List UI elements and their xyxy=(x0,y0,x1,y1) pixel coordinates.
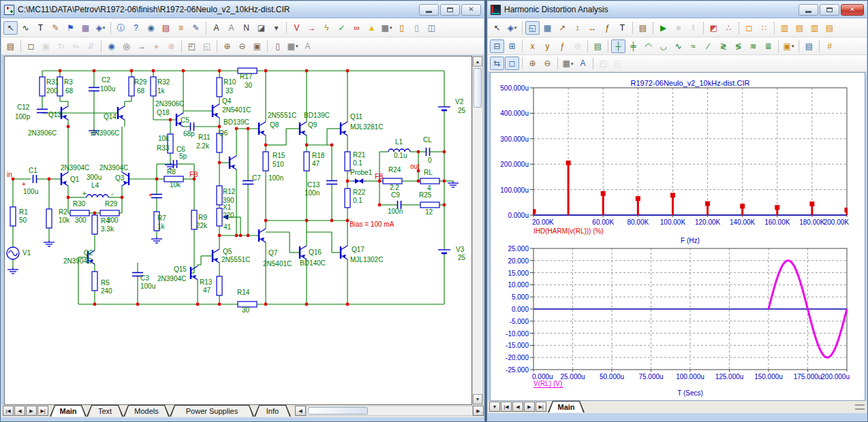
node-voltages-button[interactable]: V xyxy=(290,21,304,35)
scroll-up-button[interactable]: ▲ xyxy=(473,56,482,67)
graph-paper-button[interactable]: ▦ xyxy=(540,21,555,35)
tab-models[interactable]: Models xyxy=(123,405,170,417)
go-to-x-button[interactable]: x xyxy=(525,39,540,53)
select-rectangle-button[interactable]: ◻ xyxy=(742,21,756,35)
marker-menu-button[interactable]: ▾ xyxy=(269,21,283,35)
scope-track-button[interactable]: ◻ xyxy=(505,56,519,70)
zoom-100-button[interactable]: ▣ xyxy=(250,39,264,53)
tab-main[interactable]: Main xyxy=(548,401,585,412)
global-low-button[interactable]: ≶ xyxy=(731,39,745,53)
model-check-button[interactable]: ▤ xyxy=(159,21,173,35)
watch-values-button[interactable]: # xyxy=(822,39,837,53)
nav-button[interactable]: |◀ xyxy=(3,406,14,416)
tag-point-button[interactable]: ↗ xyxy=(555,21,570,35)
tab-main[interactable]: Main xyxy=(50,405,87,417)
view-menu-button[interactable]: ▦▾ xyxy=(561,56,575,70)
high-button[interactable]: ∿ xyxy=(671,39,685,53)
envelope-lower-button[interactable]: ≣ xyxy=(761,39,775,53)
clipboard-button[interactable]: ▣▾ xyxy=(781,39,796,53)
nav-button[interactable]: ◀ xyxy=(512,402,523,412)
conditions-button[interactable]: ✓ xyxy=(335,21,349,35)
view-menu-button[interactable]: ▦▾ xyxy=(285,39,300,53)
hscroll-left-button[interactable]: ◀ xyxy=(295,406,306,416)
stack-vertical-button[interactable]: ▥ xyxy=(807,21,822,35)
font-button[interactable]: A xyxy=(576,56,590,70)
warnings-button[interactable]: ▲ xyxy=(365,21,379,35)
zoom-out-button[interactable]: ⊖ xyxy=(235,39,249,53)
edit-values-button[interactable]: ▤ xyxy=(591,39,605,53)
scope-normalize-button[interactable]: ⇆ xyxy=(490,56,504,70)
inflection-button[interactable]: ∕ xyxy=(701,39,715,53)
close-button[interactable]: ✕ xyxy=(461,4,481,16)
animate-options-button[interactable]: ◩ xyxy=(707,21,721,35)
formula-text-button[interactable]: ƒ xyxy=(600,21,615,35)
numeric-output-button[interactable]: ▤ xyxy=(802,39,816,53)
bring-to-front-button[interactable]: ◰ xyxy=(185,39,199,53)
cursor-vertical-button[interactable]: ⊞ xyxy=(505,39,519,53)
vertical-scrollbar[interactable]: ▲ ▼ xyxy=(472,56,483,405)
grid-menu-button[interactable]: ▦▾ xyxy=(379,21,394,35)
minimize-button[interactable] xyxy=(799,4,818,16)
edit-sheet-button[interactable]: ✎ xyxy=(189,21,203,35)
stack-horizontal-button[interactable]: ▤ xyxy=(822,21,837,35)
zoom-in-button[interactable]: ⊕ xyxy=(220,39,234,53)
tile-vertical-button[interactable]: ▥ xyxy=(777,21,792,35)
maximize-button[interactable] xyxy=(440,4,460,16)
low-button[interactable]: ≈ xyxy=(686,39,700,53)
zoom-in-button[interactable]: ⊕ xyxy=(525,56,540,70)
currents-button[interactable]: → xyxy=(305,21,319,35)
scroll-down-button[interactable]: ▼ xyxy=(473,394,482,404)
valley-button[interactable]: ◡ xyxy=(656,39,670,53)
text-mode-button[interactable]: T xyxy=(615,21,630,35)
pin-connections-button[interactable]: ∞ xyxy=(350,21,364,35)
bill-of-materials-button[interactable]: ≡ xyxy=(174,21,188,35)
minimize-button[interactable] xyxy=(419,4,439,16)
global-high-button[interactable]: ≷ xyxy=(716,39,730,53)
nav-button[interactable]: ▶ xyxy=(524,402,535,412)
hscroll-right-button[interactable]: ▶ xyxy=(473,406,484,416)
grid-text-button[interactable]: A xyxy=(224,21,238,35)
select-tool-button[interactable]: ↖ xyxy=(490,21,504,35)
attribute-text-button[interactable]: A xyxy=(209,21,223,35)
wire-mode-button[interactable]: ∿ xyxy=(18,21,33,35)
goto-marker-button[interactable]: → xyxy=(134,39,149,53)
zoom-select-button[interactable]: ◱ xyxy=(525,21,540,35)
flag-mode-button[interactable]: ⚑ xyxy=(63,21,78,35)
titlebar[interactable]: Harmonic Distortion Analysis ✕ xyxy=(488,1,867,18)
close-button[interactable]: ✕ xyxy=(841,4,864,16)
hscroll-thumb[interactable] xyxy=(308,407,368,415)
go-to-y-button[interactable]: y xyxy=(540,39,555,53)
maximize-button[interactable] xyxy=(820,4,839,16)
go-to-performance-button[interactable]: ƒ xyxy=(555,39,570,53)
select-points-button[interactable]: ∷ xyxy=(757,21,771,35)
part-markers-button[interactable]: ◪ xyxy=(254,21,268,35)
zoom-out-button[interactable]: ⊖ xyxy=(540,56,555,70)
tab-text[interactable]: Text xyxy=(87,405,123,417)
text-mode-button[interactable]: T xyxy=(33,21,48,35)
cursor-intersection-button[interactable]: ╪ xyxy=(626,39,640,53)
component-menu-button[interactable]: ◈▾ xyxy=(505,21,519,35)
resize-grip[interactable] xyxy=(855,404,865,410)
page-view-button[interactable]: ▯ xyxy=(270,39,285,53)
nav-button[interactable]: ▼ xyxy=(489,402,500,412)
node-numbers-button[interactable]: N xyxy=(239,21,253,35)
find-button[interactable]: ◉ xyxy=(104,39,119,53)
find-next-button[interactable]: ◎ xyxy=(119,39,134,53)
help-mode-button[interactable]: ? xyxy=(129,21,143,35)
cursor-next-button[interactable]: ┼ xyxy=(611,39,625,53)
select-tool-button[interactable]: ↖ xyxy=(3,21,18,35)
picture-mode-button[interactable]: ▦ xyxy=(78,21,93,35)
select-area-button[interactable]: ◻ xyxy=(24,39,38,53)
tab-info[interactable]: Info xyxy=(254,405,291,417)
properties-button[interactable]: ▤ xyxy=(636,21,650,35)
horizontal-scrollbar[interactable] xyxy=(306,406,473,416)
nav-button[interactable]: ▶ xyxy=(26,406,37,416)
power-button[interactable]: ϟ xyxy=(320,21,334,35)
properties-button[interactable]: ▤ xyxy=(3,39,18,53)
font-button[interactable]: A xyxy=(300,39,315,53)
schematic-canvas[interactable]: R31200R368C2100uR2968R321kR1730R1033Q42N… xyxy=(4,56,472,405)
split-view-button[interactable]: ◫ xyxy=(424,21,439,35)
tile-horizontal-button[interactable]: ▤ xyxy=(792,21,807,35)
nav-button[interactable]: |◀ xyxy=(501,402,512,412)
vscroll-thumb[interactable] xyxy=(474,68,482,108)
